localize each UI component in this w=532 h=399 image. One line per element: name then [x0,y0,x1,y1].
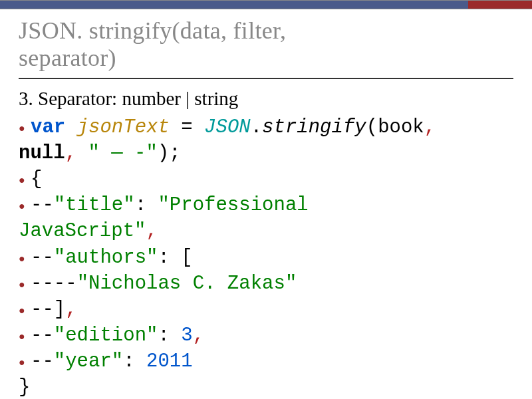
code-line-openbrace: ● { [19,166,513,192]
code-edition-body: --"edition": 3, [31,323,513,348]
close-brace: } [19,376,30,398]
subheading: 3. Separator: number | string [19,86,513,112]
code-line-year: ● --"year": 2011 [19,348,513,374]
code-line-1-body: var jsonText = JSON.stringify(book, [31,114,513,140]
comma-4: , [65,299,76,321]
comma-1: , [424,116,436,138]
indent: -- [31,194,54,216]
indent: ---- [31,273,77,295]
key-year: "year" [54,350,123,372]
dot: . [251,116,262,138]
code-title-body: --"title": "Professional [31,192,513,218]
code-line-closebracket: ● --], [19,297,513,323]
code-author-body: ----"Nicholas C. Zakas" [31,271,513,297]
string-separator: " — -" [88,142,157,164]
code-line-author-name: ● ----"Nicholas C. Zakas" [19,271,513,297]
indent: -- [31,325,54,346]
open-bracket: [ [181,247,192,269]
close-bracket: --] [31,299,65,321]
comma-3: , [146,220,157,242]
content-area: 3. Separator: number | string ● var json… [19,86,513,399]
title-line-2: separator) [19,45,116,71]
close-paren: ); [158,142,181,164]
bullet-icon: ● [19,323,31,345]
key-title: "title" [54,194,135,216]
val-edition: 3 [181,325,192,346]
code-line-title: ● --"title": "Professional [19,192,513,218]
open-brace: { [31,166,513,192]
method-stringify: stringify [262,116,366,138]
key-edition: "edition" [54,325,158,346]
bullet-icon: ● [19,192,31,215]
equals: = [181,116,192,138]
title-line-1: JSON. stringify(data, filter, [19,17,286,44]
title-underline [19,78,513,79]
keyword-var: var [31,116,65,138]
slide-title: JSON. stringify(data, filter, separator) [19,17,513,72]
code-authors-body: --"authors": [ [31,245,513,271]
bullet-icon: ● [19,245,31,267]
slide-body: JSON. stringify(data, filter, separator)… [0,9,532,399]
slide-top-border [0,0,532,9]
bullet-icon: ● [19,271,31,293]
code-line-edition: ● --"edition": 3, [19,323,513,348]
paren-book: (book [366,116,424,138]
variable-name: jsonText [77,116,170,138]
code-line-title-cont: JavaScript", [19,218,513,244]
colon: : [158,325,169,346]
indent: -- [31,247,54,269]
bullet-icon: ● [19,297,31,319]
code-line-authors: ● --"authors": [ [19,245,513,271]
comma-5: , [193,325,204,346]
bullet-icon: ● [19,166,31,189]
val-javascript: JavaScript" [19,220,146,242]
bullet-icon: ● [19,114,31,137]
indent: -- [31,350,54,372]
json-class: JSON [204,116,251,138]
code-year-body: --"year": 2011 [31,348,513,374]
colon: : [123,350,134,372]
val-author: "Nicholas C. Zakas" [77,273,297,295]
code-closebracket-body: --], [31,297,513,323]
colon: : [135,194,146,216]
colon: : [158,247,169,269]
keyword-null: null [19,142,65,164]
bullet-icon: ● [19,348,31,371]
code-line-1-cont: null, " — -"); [19,140,513,166]
comma-2: , [65,142,76,164]
code-line-1: ● var jsonText = JSON.stringify(book, [19,114,513,140]
key-authors: "authors" [54,247,158,269]
code-line-closebrace: } [19,374,513,399]
val-year: 2011 [146,350,193,372]
val-professional: "Professional [158,194,308,216]
